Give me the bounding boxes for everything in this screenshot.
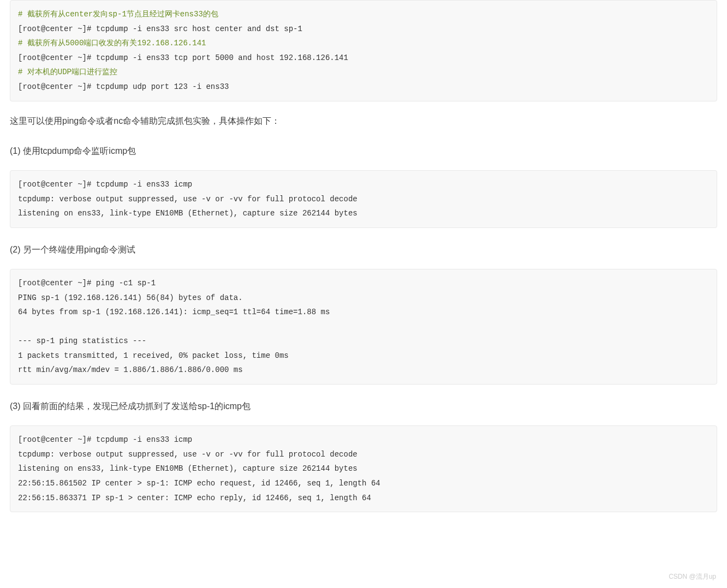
code-block-4: [root@center ~]# tcpdump -i ens33 icmp t… (10, 425, 717, 512)
step-1-heading: (1) 使用tcpdump命令监听icmp包 (10, 143, 717, 158)
code-line: [root@center ~]# tcpdump -i ens33 src ho… (18, 25, 302, 33)
paragraph-intro: 这里可以使用ping命令或者nc命令辅助完成抓包实验，具体操作如下： (10, 113, 717, 128)
step-2-heading: (2) 另一个终端使用ping命令测试 (10, 242, 717, 257)
comment-line: # 对本机的UDP端口进行监控 (18, 68, 117, 76)
code-block-3: [root@center ~]# ping -c1 sp-1 PING sp-1… (10, 269, 717, 385)
comment-line: # 截获所有从5000端口收发的有关192.168.126.141 (18, 39, 206, 47)
step-3-heading: (3) 回看前面的结果，发现已经成功抓到了发送给sp-1的icmp包 (10, 399, 717, 413)
comment-line: # 截获所有从center发向sp-1节点且经过网卡ens33的包 (18, 10, 218, 19)
code-block-2: [root@center ~]# tcpdump -i ens33 icmp t… (10, 170, 717, 228)
code-line: [root@center ~]# tcpdump -i ens33 tcp po… (18, 53, 348, 62)
code-line: [root@center ~]# tcpdump udp port 123 -i… (18, 82, 229, 91)
code-block-1: # 截获所有从center发向sp-1节点且经过网卡ens33的包 [root@… (10, 0, 717, 101)
